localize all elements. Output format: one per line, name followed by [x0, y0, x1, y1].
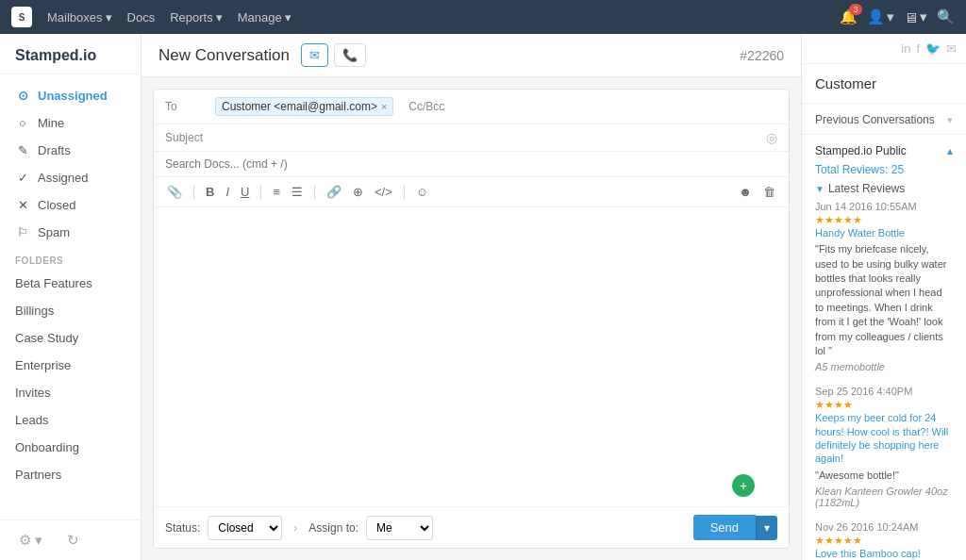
insert-button[interactable]: ⊕	[349, 183, 367, 201]
search-docs-input[interactable]	[165, 157, 777, 171]
ordered-list-button[interactable]: ☰	[288, 183, 307, 201]
refresh-button[interactable]: ↻	[59, 528, 87, 552]
view-menu[interactable]: 🖥 ▾	[904, 8, 927, 25]
toolbar-separator-4	[404, 185, 405, 200]
unordered-list-button[interactable]: ≡	[269, 183, 284, 201]
sidebar-nav: ⊙ Unassigned ○ Mine ✎ Drafts ✓ Assigned …	[0, 74, 141, 519]
sidebar-item-drafts[interactable]: ✎ Drafts	[0, 137, 141, 164]
review-stars-2: ★★★★	[815, 399, 953, 411]
sidebar-item-spam[interactable]: ⚐ Spam	[0, 219, 141, 246]
sidebar-folder-leads[interactable]: Leads	[0, 406, 141, 434]
review-date-3: Nov 26 2016 10:24AM	[815, 521, 953, 533]
subject-label: Subject	[165, 131, 208, 144]
compose-editor[interactable]	[165, 217, 777, 292]
reviews-collapse-icon[interactable]: ▴	[947, 144, 953, 157]
sidebar-folder-beta[interactable]: Beta Features	[0, 270, 141, 297]
assigned-icon: ✓	[15, 171, 30, 185]
docs-nav[interactable]: Docs	[127, 10, 156, 25]
conversation-id: #22260	[740, 48, 784, 63]
mine-icon: ○	[15, 116, 30, 130]
sidebar-folder-enterprise[interactable]: Enterprise	[0, 352, 141, 379]
bold-button[interactable]: B	[202, 183, 218, 201]
recipient-chip: Customer <email@gmail.com> ×	[215, 97, 393, 116]
sidebar-folder-partners[interactable]: Partners	[0, 461, 141, 488]
status-label: Status:	[165, 521, 200, 535]
emoji-reaction-button[interactable]: ☻	[735, 183, 756, 201]
review-text-2: "Awesome bottle!"	[815, 469, 953, 483]
sidebar: Stamped.io ⊙ Unassigned ○ Mine ✎ Drafts …	[0, 34, 142, 560]
attachment-button[interactable]: 📎	[163, 183, 186, 201]
compose-footer: Status: Closed Open Pending › Assign to:…	[154, 506, 789, 548]
unassigned-icon: ⊙	[15, 89, 30, 103]
sidebar-folder-onboarding[interactable]: Onboarding	[0, 434, 141, 461]
review-text-1: "Fits my briefcase nicely, used to be us…	[815, 242, 953, 358]
add-emoji-button[interactable]: +	[732, 474, 755, 497]
search-button[interactable]: 🔍	[937, 8, 955, 25]
compose-body[interactable]: +	[154, 207, 789, 506]
review-item-1: Jun 14 2016 10:55AM ★★★★★ Handy Water Bo…	[815, 201, 953, 372]
italic-button[interactable]: I	[222, 183, 233, 201]
compose-area: To Customer <email@gmail.com> × Cc/Bcc S…	[153, 89, 790, 549]
facebook-icon[interactable]: f	[916, 41, 920, 56]
customer-name: Customer	[802, 64, 966, 104]
total-reviews-count[interactable]: 25	[891, 163, 904, 176]
sidebar-item-assigned[interactable]: ✓ Assigned	[0, 164, 141, 191]
prev-conversations-collapse-icon[interactable]: ▾	[947, 114, 953, 126]
sidebar-item-mine[interactable]: ○ Mine	[0, 109, 141, 137]
recipient-email: Customer <email@gmail.com>	[222, 100, 377, 113]
send-dropdown-button[interactable]: ▾	[756, 516, 777, 540]
code-button[interactable]: </>	[371, 183, 396, 201]
remove-recipient-button[interactable]: ×	[381, 101, 387, 112]
reviews-section: Stamped.io Public ▴ Total Reviews: 25 ▼ …	[802, 135, 966, 560]
review-title-2[interactable]: Keeps my beer cold for 24 hours! How coo…	[815, 411, 953, 465]
status-select[interactable]: Closed Open Pending	[208, 516, 282, 540]
toolbar-separator-1	[193, 185, 194, 200]
settings-button[interactable]: ⚙ ▾	[11, 528, 50, 552]
main-content: New Conversation ✉ 📞 #22260 To Customer …	[142, 34, 801, 560]
review-title-3[interactable]: Love this Bamboo cap!	[815, 547, 953, 560]
review-item-2: Sep 25 2016 4:40PM ★★★★ Keeps my beer co…	[815, 386, 953, 508]
phone-channel-button[interactable]: 📞	[334, 43, 366, 67]
manage-nav[interactable]: Manage ▾	[238, 10, 291, 25]
search-icon: 🔍	[937, 8, 955, 25]
nav-icons: 🔔 3 👤 ▾ 🖥 ▾ 🔍	[840, 8, 955, 25]
review-stars-3: ★★★★★	[815, 535, 953, 547]
twitter-icon[interactable]: 🐦	[925, 41, 941, 56]
app-logo: S	[11, 7, 32, 27]
cc-bcc-button[interactable]: Cc/Bcc	[408, 100, 444, 113]
mailboxes-nav[interactable]: Mailboxes ▾	[47, 10, 112, 25]
review-product-2: Klean Kanteen Growler 40oz (1182mL)	[815, 486, 953, 508]
subject-input[interactable]	[208, 131, 766, 145]
review-date-2: Sep 25 2016 4:40PM	[815, 386, 953, 397]
notifications-button[interactable]: 🔔 3	[840, 8, 858, 25]
compose-toolbar: 📎 B I U ≡ ☰ 🔗 ⊕ </> ☺ ☻ 🗑	[154, 177, 789, 207]
sidebar-item-unassigned[interactable]: ⊙ Unassigned	[0, 82, 141, 109]
latest-reviews-arrow: ▼	[815, 184, 824, 194]
send-button[interactable]: Send	[693, 515, 756, 540]
message-icon[interactable]: ✉	[946, 41, 957, 56]
conversation-title: New Conversation	[158, 46, 290, 65]
sidebar-folder-case-study[interactable]: Case Study	[0, 324, 141, 352]
sidebar-folder-billings[interactable]: Billings	[0, 297, 141, 324]
toolbar-separator-2	[260, 185, 261, 200]
review-title-1[interactable]: Handy Water Bottle	[815, 226, 953, 239]
linkedin-icon[interactable]: in	[901, 41, 910, 56]
reports-nav[interactable]: Reports ▾	[170, 10, 223, 25]
latest-reviews-toggle[interactable]: ▼ Latest Reviews	[815, 182, 953, 195]
delete-button[interactable]: 🗑	[759, 183, 779, 201]
link-button[interactable]: 🔗	[323, 183, 345, 201]
sidebar-folder-invites[interactable]: Invites	[0, 379, 141, 406]
email-channel-button[interactable]: ✉	[301, 43, 328, 67]
account-menu[interactable]: 👤 ▾	[867, 8, 894, 25]
conversation-header: New Conversation ✉ 📞 #22260	[142, 34, 801, 77]
assign-select[interactable]: Me Others	[366, 516, 433, 540]
sidebar-item-closed[interactable]: ✕ Closed	[0, 191, 141, 219]
user-icon: 👤	[867, 8, 885, 25]
review-date-1: Jun 14 2016 10:55AM	[815, 201, 953, 212]
previous-conversations-header: Previous Conversations ▾	[802, 104, 966, 135]
right-panel: in f 🐦 ✉ Customer Previous Conversations…	[801, 34, 966, 560]
review-product-1: A5 memobottle	[815, 361, 953, 372]
closed-icon: ✕	[15, 198, 30, 212]
emoji-picker-button[interactable]: ☺	[412, 183, 432, 201]
underline-button[interactable]: U	[237, 183, 253, 201]
